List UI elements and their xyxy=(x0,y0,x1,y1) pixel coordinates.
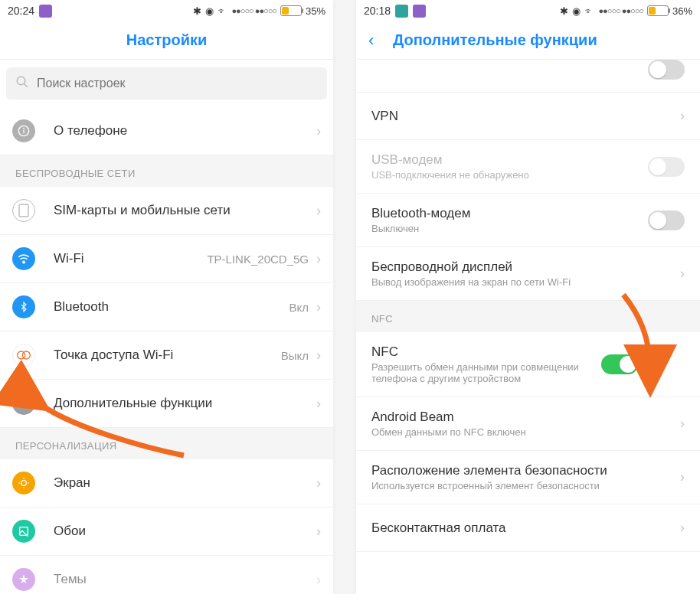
more-icon xyxy=(12,392,35,415)
toggle-switch[interactable] xyxy=(648,60,685,80)
bluetooth-status-icon: ✱ xyxy=(560,5,568,17)
row-hotspot[interactable]: Точка доступа Wi-Fi Выкл › xyxy=(0,331,333,380)
svg-point-11 xyxy=(27,402,30,405)
page-title: Дополнительные функции xyxy=(393,31,597,49)
app-indicator-icon xyxy=(395,5,408,18)
row-label: Bluetooth xyxy=(54,299,289,315)
vibrate-status-icon: ◉ xyxy=(205,5,214,17)
signal-dots-icon: ●●○○○ ●●○○○ xyxy=(598,6,643,15)
svg-point-6 xyxy=(23,261,25,263)
row-sim[interactable]: SIM-карты и мобильные сети › xyxy=(0,187,333,235)
section-nfc: NFC xyxy=(356,301,700,332)
row-sub: USB-подключения не обнаружено xyxy=(371,169,648,181)
row-sub: Разрешить обмен данными при совмещении т… xyxy=(371,361,601,384)
toggle-switch-nfc[interactable] xyxy=(601,354,638,374)
hotspot-icon xyxy=(12,344,35,367)
sim-icon xyxy=(12,199,35,222)
chevron-right-icon: › xyxy=(316,572,321,588)
svg-point-4 xyxy=(23,128,25,129)
toggle-switch xyxy=(648,157,685,177)
status-bar: 20:24 ✱ ◉ ᯤ ●●○○○ ●●○○○ 35% xyxy=(0,0,333,21)
info-icon xyxy=(12,119,35,142)
row-contactless-pay[interactable]: Бесконтактная оплата › xyxy=(356,504,700,552)
row-value: TP-LINK_20CD_5G xyxy=(207,253,309,266)
row-sub: Выключен xyxy=(371,223,648,234)
row-label: Wi-Fi xyxy=(54,251,207,266)
battery-percent: 35% xyxy=(306,5,325,17)
toggle-switch[interactable] xyxy=(648,211,685,230)
row-value: Выкл xyxy=(281,349,309,362)
chevron-right-icon: › xyxy=(316,475,321,491)
wallpaper-icon xyxy=(12,520,35,543)
row-label: Точка доступа Wi-Fi xyxy=(54,348,281,363)
wifi-status-icon: ᯤ xyxy=(218,5,227,17)
row-themes[interactable]: Темы › xyxy=(0,556,333,594)
row-security-element[interactable]: Расположение элемента безопасности Испол… xyxy=(356,451,700,504)
section-wireless: БЕСПРОВОДНЫЕ СЕТИ xyxy=(0,155,333,187)
row-label: USB-модем xyxy=(371,152,648,168)
row-label: VPN xyxy=(371,109,680,124)
row-label: Темы xyxy=(54,572,316,587)
row-android-beam[interactable]: Android Beam Обмен данными по NFC включе… xyxy=(356,397,700,451)
row-wireless-display[interactable]: Беспроводной дисплей Вывод изображения н… xyxy=(356,247,700,301)
app-indicator-icon xyxy=(413,5,426,18)
app-indicator-icon xyxy=(39,5,52,18)
row-label: Беспроводной дисплей xyxy=(371,259,680,275)
svg-rect-5 xyxy=(19,204,28,217)
section-personalization: ПЕРСОНАЛИЗАЦИЯ xyxy=(0,428,333,459)
row-wallpaper[interactable]: Обои › xyxy=(0,508,333,556)
row-wifi[interactable]: Wi-Fi TP-LINK_20CD_5G › xyxy=(0,235,333,283)
search-input[interactable] xyxy=(37,77,318,90)
chevron-right-icon: › xyxy=(680,416,685,432)
row-label: Android Beam xyxy=(371,410,680,425)
row-screen[interactable]: Экран › xyxy=(0,459,333,508)
row-label: SIM-карты и мобильные сети xyxy=(54,203,316,218)
bluetooth-icon xyxy=(12,295,35,318)
row-label: NFC xyxy=(371,344,601,360)
row-label: Бесконтактная оплата xyxy=(371,521,680,536)
wifi-status-icon: ᯤ xyxy=(584,5,594,17)
title-bar: Настройки xyxy=(0,21,333,60)
wifi-icon xyxy=(12,247,35,270)
row-usb-modem: USB-модем USB-подключения не обнаружено xyxy=(356,140,700,194)
chevron-right-icon: › xyxy=(316,203,321,219)
page-title: Настройки xyxy=(126,31,208,49)
battery-percent: 36% xyxy=(672,5,692,17)
search-icon xyxy=(15,75,29,92)
chevron-right-icon: › xyxy=(680,520,685,536)
signal-dots-icon: ●●○○○ ●●○○○ xyxy=(231,6,276,15)
vibrate-status-icon: ◉ xyxy=(572,5,581,17)
row-about-phone[interactable]: О телефоне › xyxy=(0,107,333,155)
row-nfc[interactable]: NFC Разрешить обмен данными при совмещен… xyxy=(356,332,700,397)
battery-icon xyxy=(280,5,302,16)
chevron-right-icon: › xyxy=(316,299,321,315)
chevron-right-icon: › xyxy=(680,266,685,282)
chevron-right-icon: › xyxy=(316,348,321,364)
row-prev-partial[interactable] xyxy=(356,60,700,93)
back-button[interactable]: ‹ xyxy=(368,31,374,51)
svg-line-1 xyxy=(24,83,28,87)
status-time: 20:24 xyxy=(8,5,34,17)
battery-icon xyxy=(647,5,669,16)
row-label: Экран xyxy=(54,475,316,491)
row-vpn[interactable]: VPN › xyxy=(356,93,700,140)
search-bar[interactable] xyxy=(6,67,327,100)
chevron-right-icon: › xyxy=(316,524,321,540)
row-label: Дополнительные функции xyxy=(54,396,316,411)
chevron-right-icon: › xyxy=(316,251,321,267)
themes-icon xyxy=(12,568,35,591)
bluetooth-status-icon: ✱ xyxy=(193,5,201,17)
settings-screen: 20:24 ✱ ◉ ᯤ ●●○○○ ●●○○○ 35% Настройки О … xyxy=(0,0,333,594)
row-bt-modem[interactable]: Bluetooth-модем Выключен xyxy=(356,194,700,247)
row-label: О телефоне xyxy=(54,123,316,139)
additional-functions-screen: 20:18 ✱ ◉ ᯤ ●●○○○ ●●○○○ 36% ‹ Дополнител… xyxy=(356,0,700,594)
status-bar: 20:18 ✱ ◉ ᯤ ●●○○○ ●●○○○ 36% xyxy=(356,0,700,21)
svg-point-9 xyxy=(18,402,21,405)
svg-point-12 xyxy=(21,481,27,486)
title-bar: ‹ Дополнительные функции xyxy=(356,21,700,60)
svg-point-10 xyxy=(22,402,25,405)
row-value: Вкл xyxy=(289,301,309,314)
screen-icon xyxy=(12,472,35,494)
row-more-functions[interactable]: Дополнительные функции › xyxy=(0,380,333,428)
row-bluetooth[interactable]: Bluetooth Вкл › xyxy=(0,283,333,331)
